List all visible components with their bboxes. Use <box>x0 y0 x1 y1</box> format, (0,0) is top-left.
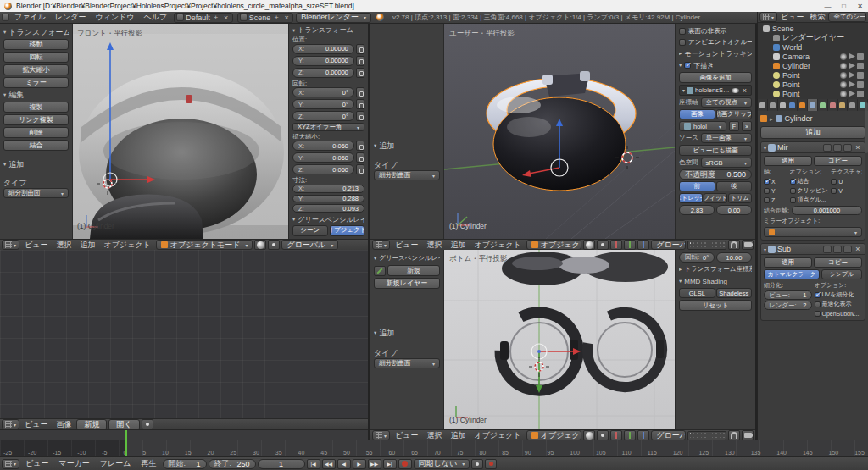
jump-to-start-button[interactable]: |◀ <box>307 459 320 469</box>
modifier-type-select[interactable]: 細分割曲面 <box>374 358 440 368</box>
menu-add[interactable]: 追加 <box>447 240 469 251</box>
mirror-modifier-header[interactable]: Mir <box>761 142 865 153</box>
maximize-button[interactable]: □ <box>836 0 852 12</box>
bg-back-toggle[interactable]: 後 <box>716 181 753 191</box>
modifier-type-select[interactable]: 細分割曲面 <box>374 170 440 180</box>
rotation-z-field[interactable]: Z:0° <box>292 111 354 121</box>
rnd-toggle-icon[interactable] <box>857 91 864 97</box>
ambient-occlusion-checkbox[interactable]: アンビエントオクルージョン(AO) <box>679 37 752 47</box>
apply-button[interactable]: 適用 <box>764 257 812 268</box>
scale-z-field[interactable]: Z:0.060 <box>292 164 354 174</box>
eye-toggle-icon[interactable] <box>840 81 847 88</box>
jump-to-end-button[interactable]: ▶| <box>383 459 397 469</box>
delete-modifier-button[interactable] <box>854 245 862 253</box>
mirror-button[interactable]: ミラー <box>3 77 69 88</box>
outliner-item-Point[interactable]: Point <box>760 70 866 80</box>
layers-widget[interactable] <box>687 431 726 440</box>
lock-icon[interactable] <box>356 152 364 163</box>
bg-front-toggle[interactable]: 前 <box>679 181 715 191</box>
dimension-z-field[interactable]: Z:0.093 <box>292 204 364 213</box>
open-image-button[interactable]: 開く <box>108 419 139 430</box>
user-viewport[interactable]: ユーザー・平行投影 (1) Cylinder <box>444 24 675 239</box>
eye-toggle-icon[interactable] <box>840 63 847 69</box>
lock-icon[interactable] <box>356 111 364 121</box>
vertex-groups-checkbox[interactable]: 頂点グル... <box>790 196 829 204</box>
pivot-point-button[interactable] <box>597 240 609 250</box>
bg-fit-toggle[interactable]: フィット <box>704 193 727 203</box>
render-engine-select[interactable]: Blenderレンダー <box>296 13 371 23</box>
lock-icon[interactable] <box>356 68 364 78</box>
mode-select[interactable]: オブジェクトモード <box>156 240 253 250</box>
opensubdiv-checkbox[interactable]: OpenSubdiv... <box>815 309 863 318</box>
editor-type-button[interactable] <box>760 12 777 22</box>
pivot-point-button[interactable] <box>268 240 280 250</box>
rnd-toggle-icon[interactable] <box>857 63 864 69</box>
remove-image-button[interactable] <box>741 86 748 95</box>
menu-render[interactable]: レンダー <box>51 12 91 23</box>
uv-editor-canvas[interactable] <box>0 250 368 418</box>
editor-type-button[interactable] <box>2 459 19 469</box>
menu-view[interactable]: ビュー <box>392 430 421 441</box>
keying-set-button[interactable] <box>471 459 483 469</box>
rnd-toggle-icon[interactable] <box>857 81 864 88</box>
shadeless-button[interactable]: Shadeless <box>716 288 753 298</box>
tab-object-data[interactable] <box>818 99 828 111</box>
gp-source-scene-button[interactable]: シーン <box>292 225 328 236</box>
menu-object[interactable]: オブジェクト <box>470 430 524 441</box>
tab-particles[interactable] <box>848 99 858 111</box>
bg-axis-select[interactable]: 全ての視点 <box>701 97 753 108</box>
timeline-ruler[interactable]: -25-20-15-10-505101520253035404550556065… <box>0 440 868 457</box>
editor-type-button[interactable] <box>2 419 19 429</box>
menu-view[interactable]: ビュー <box>21 240 51 251</box>
editmode-toggle-icon[interactable] <box>843 246 852 253</box>
outliner-item-Point[interactable]: Point <box>760 80 866 89</box>
apply-button[interactable]: 適用 <box>764 156 812 166</box>
add-modifier-button[interactable]: 追加 <box>760 126 865 139</box>
location-z-field[interactable]: Z:0.00000 <box>292 68 354 78</box>
panel-background-images[interactable]: 下描き <box>679 60 752 70</box>
panel-add[interactable]: 追加 <box>3 159 69 169</box>
bg-movie-toggle[interactable]: 動画クリップ <box>716 109 753 119</box>
viewport-shading-button[interactable] <box>583 430 595 440</box>
gp-new-layer-button[interactable]: 新規レイヤー <box>374 278 440 289</box>
unlink-image-button[interactable] <box>742 121 752 131</box>
menu-add[interactable]: 追加 <box>447 430 469 441</box>
editor-type-button[interactable] <box>372 240 390 250</box>
optimal-display-checkbox[interactable]: 最適化表示 <box>815 300 863 308</box>
draw-in-view-button[interactable]: ビューにも描画 <box>679 145 752 156</box>
panel-grease-pencil[interactable]: グリースペンシルレイヤ <box>292 216 364 224</box>
gp-source-object-button[interactable]: オブジェクト <box>330 225 365 236</box>
colorspace-select[interactable]: sRGB <box>701 158 753 168</box>
lock-icon[interactable] <box>356 141 364 151</box>
manipulator-translate-button[interactable] <box>610 430 622 440</box>
editmode-toggle-icon[interactable] <box>843 144 852 152</box>
lock-icon[interactable] <box>356 99 364 109</box>
view-subdivisions-field[interactable]: ビュー:1 <box>764 290 812 300</box>
panel-transform[interactable]: トランスフォーム <box>3 27 69 37</box>
texture-u-checkbox[interactable]: U <box>831 177 862 185</box>
tab-scene[interactable] <box>778 99 788 111</box>
editor-type-button[interactable] <box>2 240 19 250</box>
axis-z-checkbox[interactable]: Z <box>764 196 787 204</box>
menu-image[interactable]: 画像 <box>53 419 75 430</box>
copy-button[interactable]: コピー <box>814 257 862 268</box>
scale-y-field[interactable]: Y:0.060 <box>292 152 354 163</box>
merge-limit-field[interactable]: 0.001000 <box>792 206 862 215</box>
lock-icon[interactable] <box>356 164 364 174</box>
pin-button[interactable] <box>142 419 153 429</box>
opacity-slider[interactable]: 不透明度 0.500 <box>679 169 752 180</box>
add-scene-button[interactable] <box>272 14 281 22</box>
playhead-line[interactable] <box>125 440 127 456</box>
manipulator-scale-button[interactable] <box>637 430 649 440</box>
lock-icon[interactable] <box>356 56 364 66</box>
eye-toggle-icon[interactable] <box>833 144 842 152</box>
panel-edit[interactable]: 編集 <box>3 90 69 100</box>
rotation-x-field[interactable]: X:0° <box>292 87 354 97</box>
image-datablock-select[interactable]: holol <box>679 121 726 131</box>
delete-modifier-button[interactable] <box>854 143 862 152</box>
menu-view[interactable]: ビュー <box>778 12 806 23</box>
viewport-shading-button[interactable] <box>254 240 266 250</box>
next-keyframe-button[interactable]: ▶▶ <box>368 459 381 469</box>
bg-stretch-toggle[interactable]: ストレッチ <box>679 193 703 203</box>
sel-toggle-icon[interactable] <box>849 81 855 88</box>
